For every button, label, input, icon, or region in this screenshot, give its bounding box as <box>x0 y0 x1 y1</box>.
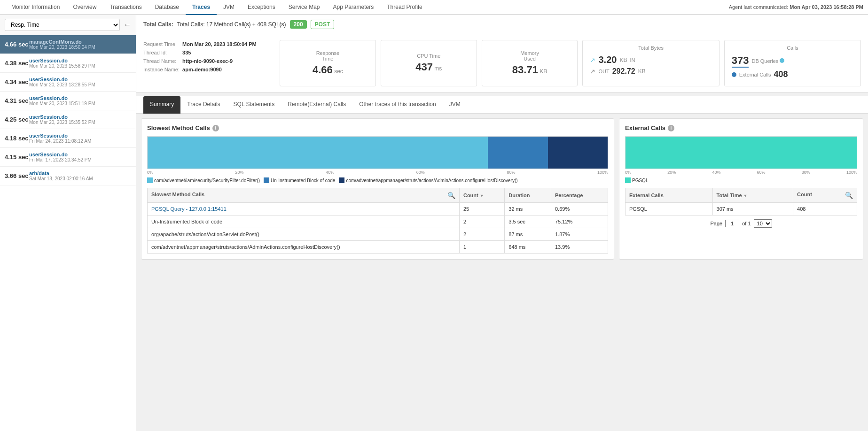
ext-bar-chart-container: 0%20%40%60%80%100% <box>625 136 857 174</box>
col-count: Count ▼ <box>459 188 504 203</box>
ext-search-btn[interactable]: 🔍 <box>845 192 853 199</box>
sidebar-item-3[interactable]: 4.31 sec userSession.do Mon Mar 20, 2023… <box>0 92 136 110</box>
method-cell-2: org/apache/struts/action/ActionServlet.d… <box>148 228 460 241</box>
sidebar-item-0[interactable]: 4.66 sec manageConfMons.do Mon Mar 20, 2… <box>0 35 136 54</box>
item-url-7: arh/data <box>29 170 131 176</box>
col-percentage: Percentage <box>551 188 608 203</box>
item-info-1: userSession.do Mon Mar 20, 2023 15:58:29… <box>29 58 131 69</box>
sidebar-item-5[interactable]: 4.18 sec userSession.do Fri Mar 24, 2023… <box>0 129 136 148</box>
count-cell-0: 25 <box>459 203 504 216</box>
ext-table-body: PGSQL 307 ms 408 <box>626 203 857 216</box>
req-value-2: http-nio-9090-exec-9 <box>182 57 259 65</box>
detail-tabs: SummaryTrace DetailsSQL StatementsRemote… <box>136 96 868 114</box>
slowest-chart-legend: com/adventnet/iam/security/SecurityFilte… <box>147 177 608 183</box>
bytes-in-row: ↗ 3.20 KB IN <box>590 54 712 65</box>
db-queries-row: 373 DB Queries <box>732 54 853 68</box>
nav-tab-app-parameters[interactable]: App Parameters <box>326 0 380 15</box>
percentage-cell-0: 0.69% <box>551 203 608 216</box>
sidebar-list: 4.66 sec manageConfMons.do Mon Mar 20, 2… <box>0 35 136 431</box>
nav-tab-database[interactable]: Database <box>149 0 186 15</box>
item-duration-4: 4.25 sec <box>5 116 29 123</box>
cpu-time-card: CPU Time 437 ms <box>381 40 477 86</box>
page-input[interactable] <box>725 220 739 227</box>
sidebar-item-6[interactable]: 4.15 sec userSession.do Fri Mar 17, 2023… <box>0 148 136 167</box>
item-url-0: manageConfMons.do <box>29 39 131 45</box>
nav-tab-overview[interactable]: Overview <box>66 0 103 15</box>
slowest-bar-segment <box>548 137 608 169</box>
legend-item: com/adventnet/iam/security/SecurityFilte… <box>147 177 260 183</box>
sidebar-item-4[interactable]: 4.25 sec userSession.do Mon Mar 20, 2023… <box>0 110 136 129</box>
ext-table-row: PGSQL 307 ms 408 <box>626 203 857 216</box>
item-url-6: userSession.do <box>29 152 131 157</box>
ext-count-cell-0: 408 <box>793 203 857 216</box>
axis-label: 40% <box>712 170 720 175</box>
cpu-time-label: CPU Time <box>417 53 440 59</box>
item-url-3: userSession.do <box>29 95 131 101</box>
sidebar-item-2[interactable]: 4.34 sec userSession.do Mon Mar 20, 2023… <box>0 73 136 92</box>
slowest-table-header: Slowest Method Calls 🔍 Count ▼ Duration … <box>148 188 608 203</box>
memory-used-label: MemoryUsed <box>520 50 539 62</box>
axis-label: 0% <box>625 170 631 175</box>
per-page-select[interactable]: 10 25 50 <box>754 219 772 228</box>
nav-tab-service-map[interactable]: Service Map <box>282 0 327 15</box>
external-calls-panel: External Calls i 0%20%40%60%80%100% PGSQ… <box>619 118 863 260</box>
ext-legend-color <box>625 177 631 183</box>
duration-cell-0: 32 ms <box>505 203 551 216</box>
col-method: Slowest Method Calls 🔍 <box>148 188 460 203</box>
slowest-search-btn[interactable]: 🔍 <box>447 192 455 199</box>
total-calls-bar: Total Calls: Total Calls: 17 Method Call… <box>136 15 868 34</box>
sidebar: Resp. Time ← 4.66 sec manageConfMons.do … <box>0 15 136 431</box>
item-url-4: userSession.do <box>29 114 131 120</box>
item-time-0: Mon Mar 20, 2023 18:50:04 PM <box>29 45 131 50</box>
item-time-2: Mon Mar 20, 2023 13:28:55 PM <box>29 82 131 87</box>
nav-tab-traces[interactable]: Traces <box>186 0 217 15</box>
item-info-2: userSession.do Mon Mar 20, 2023 13:28:55… <box>29 77 131 87</box>
ext-legend-label: PGSQL <box>632 178 648 183</box>
sidebar-header: Resp. Time ← <box>0 15 136 35</box>
slowest-info-icon[interactable]: i <box>212 125 219 131</box>
request-info-table: Request Time Mon Mar 20, 2023 18:50:04 P… <box>143 40 259 74</box>
item-time-4: Mon Mar 20, 2023 15:35:52 PM <box>29 120 131 125</box>
col-ext-count: Count 🔍 <box>793 188 857 203</box>
main-layout: Resp. Time ← 4.66 sec manageConfMons.do … <box>0 15 868 431</box>
request-row-2: Thread Name: http-nio-9090-exec-9 <box>143 57 259 65</box>
ext-info-icon[interactable]: i <box>668 125 674 131</box>
req-value-1: 335 <box>182 48 259 57</box>
col-duration: Duration <box>505 188 551 203</box>
detail-tab-summary[interactable]: Summary <box>143 96 180 114</box>
method-link-0[interactable]: PGSQL Query - 127.0.0.1:15411 <box>151 206 227 212</box>
slowest-bar-segment <box>488 137 547 169</box>
req-value-0: Mon Mar 20, 2023 18:50:04 PM <box>182 40 259 48</box>
metrics-row: Request Time Mon Mar 20, 2023 18:50:04 P… <box>136 34 868 92</box>
nav-tab-jvm[interactable]: JVM <box>217 0 241 15</box>
duration-cell-3: 648 ms <box>505 241 551 254</box>
total-bytes-card: Total Bytes ↗ 3.20 KB IN ↗ OUT 292.72 KB <box>582 40 719 86</box>
detail-tab-trace-details[interactable]: Trace Details <box>180 96 227 114</box>
detail-tab-sql-statements[interactable]: SQL Statements <box>227 96 282 114</box>
sidebar-item-1[interactable]: 4.38 sec userSession.do Mon Mar 20, 2023… <box>0 54 136 73</box>
count-cell-1: 2 <box>459 216 504 228</box>
detail-tab-remote(external)-calls[interactable]: Remote(External) Calls <box>281 96 352 114</box>
req-label-1: Thread Id: <box>143 48 182 57</box>
sidebar-item-7[interactable]: 3.66 sec arh/data Sat Mar 18, 2023 02:00… <box>0 167 136 185</box>
ext-table-header: External Calls Total Time ▼ Count 🔍 <box>626 188 857 203</box>
req-label-3: Instance Name: <box>143 65 182 74</box>
legend-label: com/adventnet/iam/security/SecurityFilte… <box>154 178 260 183</box>
item-url-2: userSession.do <box>29 77 131 82</box>
item-time-5: Fri Mar 24, 2023 11:08:12 AM <box>29 139 131 144</box>
ext-chart-legend: PGSQL <box>625 177 857 183</box>
nav-tab-exceptions[interactable]: Exceptions <box>241 0 282 15</box>
ext-bar-segment <box>626 137 857 169</box>
slowest-table-row: org/apache/struts/action/ActionServlet.d… <box>148 228 608 241</box>
ext-chart-axis: 0%20%40%60%80%100% <box>625 169 857 176</box>
detail-tab-other-traces-of-this-transaction[interactable]: Other traces of this transaction <box>352 96 442 114</box>
nav-tab-monitor-information[interactable]: Monitor Information <box>5 0 66 15</box>
badge-200: 200 <box>290 20 307 29</box>
nav-tab-transactions[interactable]: Transactions <box>103 0 148 15</box>
item-info-3: userSession.do Mon Mar 20, 2023 15:51:19… <box>29 95 131 106</box>
nav-tab-thread-profile[interactable]: Thread Profile <box>380 0 429 15</box>
back-button[interactable]: ← <box>124 21 131 29</box>
resp-time-dropdown[interactable]: Resp. Time <box>5 19 120 31</box>
col-ext-name: External Calls <box>626 188 713 203</box>
detail-tab-jvm[interactable]: JVM <box>443 96 467 114</box>
